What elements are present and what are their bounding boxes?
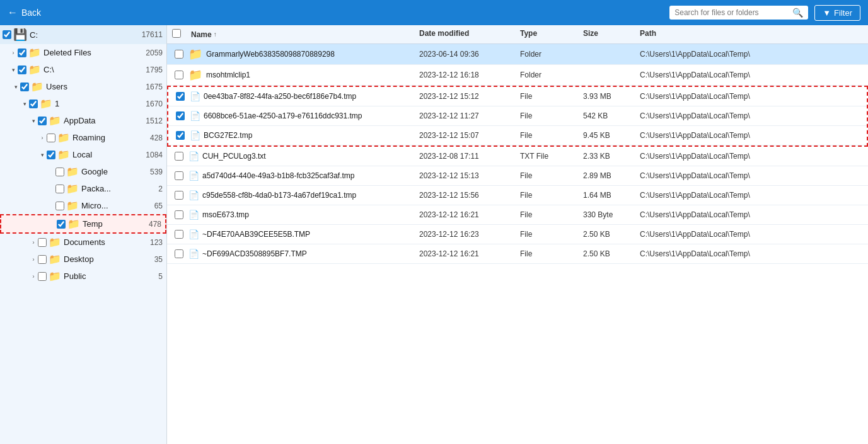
sidebar-count-local: 1084	[146, 151, 163, 159]
file-size: 2.33 KB	[581, 152, 637, 161]
sidebar-count-google: 539	[150, 168, 163, 176]
sidebar-item-appdata[interactable]: ▾📁AppData1512	[0, 112, 166, 129]
sidebar-item-temp[interactable]: 📁Temp478	[0, 214, 166, 234]
table-row-row-bcg[interactable]: 📄BCG27E2.tmp2023-12-12 15:07File9.45 KBC…	[168, 126, 867, 145]
expand-arrow[interactable]: ›	[29, 239, 38, 246]
row-checkbox[interactable]	[175, 230, 183, 239]
search-input[interactable]	[674, 8, 789, 17]
expand-arrow[interactable]: ›	[38, 135, 47, 141]
sidebar-item-roaming[interactable]: ›📁Roaming428	[0, 129, 166, 146]
sidebar-item-documents[interactable]: ›📁Documents123	[0, 234, 166, 251]
expand-arrow[interactable]: ▾	[38, 152, 47, 158]
toolbar: Back 🔍 ▼ Filter	[0, 0, 868, 25]
table-row-row-c95[interactable]: 📄c95de558-cf8b-4da0-b173-4a67def19ca1.tm…	[167, 186, 868, 205]
sidebar-cb-local[interactable]	[47, 151, 55, 159]
table-row-row-6608[interactable]: 📄6608bce6-51ae-4250-a179-e76116ddc931.tm…	[168, 106, 867, 126]
sidebar-count-users: 1675	[146, 83, 163, 91]
file-name: 0ee43ba7-8f82-44fa-a250-bec6f186e7b4.tmp	[204, 92, 356, 101]
sidebar-count-appdata: 1512	[146, 117, 163, 125]
row-checkbox-cell	[171, 131, 190, 140]
row-checkbox[interactable]	[175, 210, 183, 219]
sidebar-item-deleted-files[interactable]: ›📁Deleted Files2059	[0, 44, 166, 61]
expand-arrow[interactable]: ▾	[20, 101, 29, 107]
table-row-row-a5d[interactable]: 📄a5d740d4-440e-49a3-b1b8-fcb325caf3af.tm…	[167, 166, 868, 186]
file-icon: 📄	[188, 228, 199, 241]
row-checkbox[interactable]	[175, 152, 183, 161]
filter-button[interactable]: ▼ Filter	[814, 5, 860, 21]
sidebar-count-micro: 65	[154, 202, 163, 210]
drive-checkbox[interactable]	[3, 30, 11, 39]
sidebar-item-google[interactable]: 📁Google539	[0, 163, 166, 180]
sidebar-item-local[interactable]: ▾📁Local1084	[0, 146, 166, 163]
sidebar-cb-google[interactable]	[55, 168, 64, 176]
sidebar-item-user-1[interactable]: ▾📁11670	[0, 95, 166, 112]
sidebar-cb-appdata[interactable]	[38, 117, 47, 125]
expand-arrow[interactable]: ▾	[9, 67, 18, 73]
sidebar-item-micro[interactable]: 📁Micro...65	[0, 197, 166, 214]
file-date: 2023-12-08 17:11	[417, 152, 518, 161]
table-row-row-0ee[interactable]: 📄0ee43ba7-8f82-44fa-a250-bec6f186e7b4.tm…	[168, 87, 867, 106]
file-icon: 📄	[190, 129, 200, 142]
col-name[interactable]: Name ↑	[188, 29, 417, 40]
col-checkbox	[170, 29, 188, 40]
folder-icon: 📁	[66, 183, 79, 195]
expand-arrow[interactable]: ›	[29, 273, 38, 280]
sidebar-label-deleted-files: Deleted Files	[43, 48, 143, 57]
sidebar-cb-user-1[interactable]	[29, 100, 38, 108]
sidebar-cb-documents[interactable]	[38, 238, 47, 247]
file-size: 1.64 MB	[581, 191, 637, 200]
row-checkbox[interactable]	[175, 191, 183, 200]
sidebar-item-desktop[interactable]: ›📁Desktop35	[0, 251, 166, 268]
table-row-row-grammarly[interactable]: 📁GrammarlyWeb6383580988708892982023-06-1…	[167, 44, 868, 65]
sidebar-item-drive[interactable]: 💾 C: 17611	[0, 25, 166, 44]
row-checkbox[interactable]	[175, 171, 183, 180]
row-checkbox[interactable]	[176, 111, 185, 120]
file-name-cell: 📁msohtmlclip1	[188, 68, 417, 82]
row-checkbox[interactable]	[176, 131, 185, 140]
select-all-checkbox[interactable]	[172, 29, 181, 38]
sidebar-item-packa[interactable]: 📁Packa...2	[0, 180, 166, 197]
file-path: C:\Users\1\AppData\Local\Temp\	[637, 210, 865, 219]
folder-icon: 📁	[31, 81, 43, 93]
table-row-row-df699[interactable]: 📄~DF699ACD3508895BF7.TMP2023-12-12 16:21…	[167, 244, 868, 264]
sidebar-cb-c-root[interactable]	[18, 65, 26, 74]
row-checkbox-cell	[170, 50, 188, 59]
table-row-row-df4e[interactable]: 📄~DF4E70AAB39CEE5E5B.TMP2023-12-12 16:23…	[167, 225, 868, 244]
sidebar-cb-users[interactable]	[20, 83, 29, 91]
sidebar-cb-deleted-files[interactable]	[18, 48, 26, 57]
expand-arrow[interactable]: ›	[9, 50, 18, 56]
sidebar-item-c-root[interactable]: ▾📁C:\1795	[0, 61, 166, 78]
sidebar-item-users[interactable]: ▾📁Users1675	[0, 78, 166, 95]
row-checkbox[interactable]	[175, 249, 183, 258]
sidebar-cb-packa[interactable]	[55, 185, 64, 193]
sidebar-label-public: Public	[64, 271, 156, 281]
table-row-row-msoe[interactable]: 📄msoE673.tmp2023-12-12 16:21File330 Byte…	[167, 205, 868, 225]
row-checkbox[interactable]	[175, 71, 183, 79]
col-name-label: Name	[191, 30, 212, 39]
sidebar-item-public[interactable]: ›📁Public5	[0, 268, 166, 285]
search-icon[interactable]: 🔍	[792, 8, 803, 18]
drive-label: C:	[30, 30, 139, 40]
back-button[interactable]: Back	[8, 7, 41, 18]
sidebar-cb-temp[interactable]	[57, 220, 66, 229]
sidebar-cb-desktop[interactable]	[38, 255, 47, 264]
table-row-row-cuh[interactable]: 📄CUH_PCULog3.txt2023-12-08 17:11TXT File…	[167, 147, 868, 166]
sidebar-cb-roaming[interactable]	[47, 134, 55, 142]
sidebar-label-desktop: Desktop	[64, 254, 152, 264]
file-size: 330 Byte	[581, 210, 637, 219]
row-checkbox[interactable]	[175, 50, 183, 59]
sidebar-count-c-root: 1795	[146, 65, 163, 74]
row-checkbox[interactable]	[176, 92, 185, 101]
row-checkbox-cell	[170, 171, 188, 180]
sidebar-count-temp: 478	[149, 220, 161, 229]
table-row-row-mso[interactable]: 📁msohtmlclip12023-12-12 16:18FolderC:\Us…	[167, 65, 868, 86]
expand-arrow[interactable]: ›	[29, 256, 38, 263]
expand-arrow[interactable]: ▾	[29, 118, 38, 124]
sidebar-cb-micro[interactable]	[55, 202, 64, 210]
expand-arrow[interactable]: ▾	[11, 84, 20, 90]
sidebar-count-packa: 2	[158, 185, 163, 193]
sidebar-count-documents: 123	[150, 238, 163, 247]
sidebar-cb-public[interactable]	[38, 272, 47, 281]
file-name: BCG27E2.tmp	[204, 131, 252, 140]
file-type: File	[518, 171, 581, 180]
